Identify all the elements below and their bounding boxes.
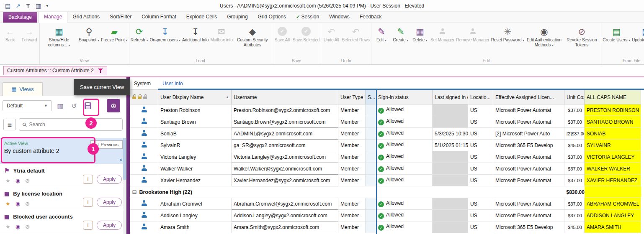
filter-chip[interactable]: Custom Attributes :: Custom Attribute 2 <box>3 66 107 75</box>
col-all-caps-name[interactable]: ALL CAPS NAME <box>585 90 641 104</box>
table-row-amara-smith[interactable]: Amara Smith Amara.Smith@sygx2.onmicrosof… <box>130 221 641 233</box>
active-view-panel[interactable]: Active View By custom attribute 2 ◁ Prev… <box>0 138 126 164</box>
table-row-sylvainr[interactable]: SylvainR ga_SR@sygx2.onmicrosoft.com Mem… <box>130 140 641 151</box>
sidebar-scrollbar[interactable] <box>123 138 126 234</box>
table-row-santiago-brown[interactable]: Santiago Brown Santiago.Brown@sygx2.onmi… <box>130 116 641 128</box>
table-row-xavier-hernandez[interactable]: Xavier Hernandez Xavier.Hernandez@sygx2.… <box>130 175 641 186</box>
col-signin-status[interactable]: Sign-in status <box>376 90 433 104</box>
ribbon-button-delete[interactable]: ▦Delete ▾ <box>410 24 430 43</box>
view-apply-button[interactable]: Apply <box>97 198 122 207</box>
col-effective-licenses[interactable]: Effective Assigned Licen... <box>493 90 564 104</box>
ribbon-button-mailbox-info[interactable]: ✉Mailbox info <box>209 24 233 43</box>
table-row-abraham-cromwel[interactable]: Abraham Cromwel Abraham.Cromwel@sygx2.on… <box>130 198 641 210</box>
share-icon[interactable]: ↗ <box>15 3 21 9</box>
search-icon: ⚲ <box>21 121 28 128</box>
col-user-display-name[interactable]: User Display Name▲ <box>158 90 232 104</box>
search-box[interactable]: ⚲ <box>19 118 123 131</box>
view-item-blocked-user-accounts[interactable]: ▦Blocked user accounts ★ ◉ ⊘ i Apply <box>0 210 126 233</box>
ribbon-button-set-manager[interactable]: Set Manager <box>430 24 455 43</box>
tab-sort-filter[interactable]: Sort/Filter <box>105 11 137 23</box>
view-info-button[interactable]: i <box>83 221 93 230</box>
col-username[interactable]: Username <box>232 90 338 104</box>
tab-views[interactable]: ▦ Views <box>3 82 43 96</box>
dropdown-caret-icon: ▾ <box>523 38 524 42</box>
quick-access-caret-icon[interactable]: ▾ <box>46 3 48 8</box>
view-info-button[interactable]: i <box>83 198 93 207</box>
ribbon-button-custom-security-attributes[interactable]: ◆Custom Security Attributes <box>234 24 271 47</box>
band-system[interactable]: System <box>134 81 151 86</box>
manage-columns-button[interactable]: ▥ <box>55 100 66 111</box>
tab-explode-cells[interactable]: Explode Cells <box>181 11 222 23</box>
ribbon-tab-bar: Backstage ManageGrid ActionsSort/FilterC… <box>0 12 644 23</box>
save-all-icon: ✔ <box>278 25 287 38</box>
ribbon-button-undo-all[interactable]: ↶Undo All <box>322 24 341 43</box>
tab-column-format[interactable]: Column Format <box>137 11 181 23</box>
tab-manage[interactable]: Manage <box>39 11 67 23</box>
ribbon-button-save-selected[interactable]: ✔Save Selected <box>292 24 321 43</box>
back-icon: ← <box>6 25 15 38</box>
ribbon-button-remove-manager[interactable]: Remove Manager <box>455 24 490 43</box>
view-item-ytria-default[interactable]: ⚑Ytria default ★ ◉ ⊘ i Apply <box>0 164 126 187</box>
ribbon-button-back[interactable]: ←Back <box>0 24 20 43</box>
col-s[interactable]: S... <box>366 90 376 104</box>
table-row-victoria-langley[interactable]: Victoria Langley Victoria.Langley@sygx2.… <box>130 151 641 163</box>
favorite-star-icon[interactable]: ★ <box>5 178 10 184</box>
view-apply-button[interactable]: Apply <box>97 175 122 184</box>
tab-grid-options[interactable]: Grid Options <box>253 11 291 23</box>
ribbon-button-revoke-session-tokens[interactable]: ⊘Revoke Session Tokens <box>563 24 600 47</box>
previous-view-button[interactable]: ◁ Previous <box>90 140 123 149</box>
ribbon-button-create-users[interactable]: ▤Create Users ▾ <box>602 24 631 43</box>
columns-icon[interactable]: ▥ <box>36 3 41 9</box>
funnel-edit-icon[interactable] <box>98 68 103 74</box>
frozen-column-divider[interactable] <box>376 90 377 234</box>
col-user-type[interactable]: User Type <box>338 90 366 104</box>
collapse-icon[interactable]: ⊟ <box>132 189 137 195</box>
ribbon-button-show-hide-columns[interactable]: ▦Show/Hide columns... ▾ <box>40 24 78 47</box>
tab-session[interactable]: ✔ Session <box>291 11 324 23</box>
export-icon[interactable]: ▤ <box>5 3 10 9</box>
ribbon-button-save-all[interactable]: ✔Save All <box>273 24 292 43</box>
favorite-star-icon[interactable]: ★ <box>5 201 10 207</box>
scrollbar-thumb[interactable] <box>123 138 126 180</box>
tab-feedback[interactable]: Feedback <box>355 11 387 23</box>
tab-windows[interactable]: Windows <box>324 11 355 23</box>
favorite-star-icon[interactable]: ★ <box>5 224 10 230</box>
filter-settings-icon[interactable] <box>26 3 31 8</box>
view-preset-select[interactable]: Default ▼ <box>3 100 52 111</box>
tab-grid-actions[interactable]: Grid Actions <box>67 11 105 23</box>
ribbon-button-reset-password[interactable]: ✳Reset Password ▾ <box>490 24 526 43</box>
tab-backstage[interactable]: Backstage <box>3 12 37 23</box>
col-location[interactable]: Locatio... <box>468 90 493 104</box>
ribbon-button-forward[interactable]: →Forward <box>20 24 39 43</box>
ribbon-button-edit-authentication-methods[interactable]: ◉Edit Authentication Methods ▾ <box>525 24 563 47</box>
search-input[interactable] <box>29 122 119 127</box>
table-row-soniab[interactable]: SoniaB AADMIN1@sygx2.onmicrosoft.com Mem… <box>130 128 641 140</box>
table-row-preston-robinson[interactable]: Preston Robinson Preston.Robinson@sygx2.… <box>130 104 641 116</box>
view-item-by-license-location[interactable]: ▦By license location ★ ◉ ⊘ i Apply <box>0 187 126 210</box>
col-unit-cost[interactable]: Unit Cos... <box>564 90 585 104</box>
ribbon-button-freeze-point[interactable]: ▰Freeze Point ▾ <box>100 24 129 43</box>
undo-view-button[interactable]: ↺ <box>69 100 80 111</box>
group-row-brookstone-high-22[interactable]: ⊟Brookstone High (22) $830.00 <box>130 186 641 198</box>
view-apply-button[interactable]: Apply <box>97 221 122 230</box>
ribbon-button-edit[interactable]: ✎Edit ▾ <box>372 24 391 43</box>
table-row-addison-langley[interactable]: Addison Langley Addison.Langley@sygx2.on… <box>130 210 641 221</box>
ribbon-button-selected-rows[interactable]: ↶Selected Rows <box>341 24 371 43</box>
ribbon-button-refresh[interactable]: ⟳Refresh ▾ <box>130 24 149 43</box>
view-filter-button[interactable]: ≣ <box>3 119 16 130</box>
tab-grouping[interactable]: Grouping <box>222 11 252 23</box>
ribbon-button-update-users[interactable]: ▤Update Users ▾ <box>631 24 644 43</box>
table-row-walker-walker[interactable]: Walker Walker Walker.Walker@sygx2.onmicr… <box>130 163 641 175</box>
ribbon-button-on-prem-users[interactable]: ↧On-prem users ▾ <box>149 24 181 43</box>
ribbon-button-create[interactable]: ✎Create ▾ <box>391 24 410 43</box>
col-locks[interactable] <box>130 90 158 104</box>
add-view-button[interactable]: ⊕ <box>107 99 120 112</box>
ribbon-button-snapshot[interactable]: ⚲Snapshot ▾ <box>78 24 100 43</box>
allowed-check-icon: ✓ <box>378 131 384 137</box>
col-last-signed-in[interactable]: Last signed in on - ... <box>433 90 468 104</box>
save-view-button[interactable] <box>82 100 93 111</box>
view-info-button[interactable]: i <box>83 175 93 184</box>
band-user-info[interactable]: User Info <box>162 81 183 86</box>
ribbon-button-additional-info[interactable]: ↧Additional Info <box>181 24 209 43</box>
additional-info-icon: ↧ <box>192 25 199 38</box>
